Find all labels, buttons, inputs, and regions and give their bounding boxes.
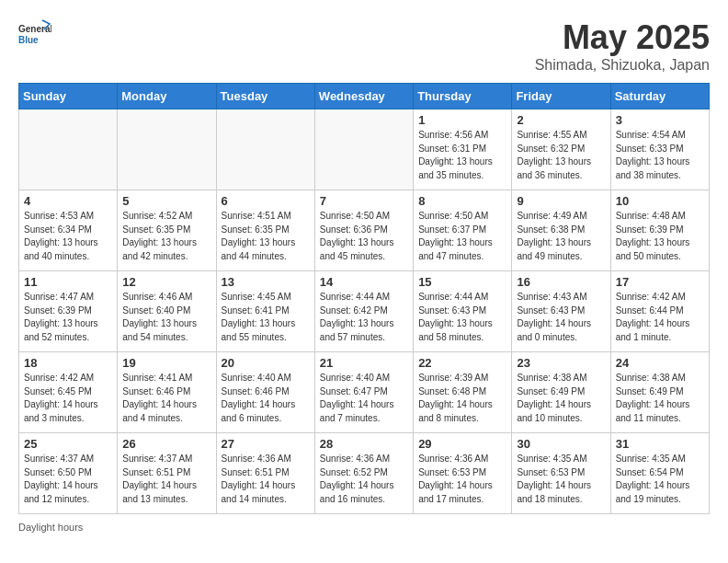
week-row-1: 1Sunrise: 4:56 AM Sunset: 6:31 PM Daylig… bbox=[19, 109, 710, 190]
day-detail: Sunrise: 4:53 AM Sunset: 6:34 PM Dayligh… bbox=[24, 210, 112, 263]
day-number: 7 bbox=[320, 194, 408, 208]
day-detail: Sunrise: 4:38 AM Sunset: 6:49 PM Dayligh… bbox=[517, 372, 605, 425]
day-number: 16 bbox=[517, 275, 605, 289]
day-cell-6: 6Sunrise: 4:51 AM Sunset: 6:35 PM Daylig… bbox=[216, 190, 314, 271]
day-detail: Sunrise: 4:37 AM Sunset: 6:51 PM Dayligh… bbox=[122, 453, 210, 506]
empty-cell bbox=[216, 109, 314, 190]
col-header-wednesday: Wednesday bbox=[314, 84, 413, 109]
col-header-friday: Friday bbox=[512, 84, 610, 109]
day-number: 23 bbox=[517, 356, 605, 370]
day-cell-8: 8Sunrise: 4:50 AM Sunset: 6:37 PM Daylig… bbox=[414, 190, 512, 271]
col-header-sunday: Sunday bbox=[19, 84, 118, 109]
day-number: 20 bbox=[222, 356, 310, 370]
day-detail: Sunrise: 4:40 AM Sunset: 6:47 PM Dayligh… bbox=[320, 372, 408, 425]
col-header-saturday: Saturday bbox=[610, 84, 709, 109]
day-detail: Sunrise: 4:49 AM Sunset: 6:38 PM Dayligh… bbox=[517, 210, 605, 263]
day-cell-1: 1Sunrise: 4:56 AM Sunset: 6:31 PM Daylig… bbox=[414, 109, 512, 190]
day-detail: Sunrise: 4:42 AM Sunset: 6:45 PM Dayligh… bbox=[24, 372, 112, 425]
day-detail: Sunrise: 4:44 AM Sunset: 6:42 PM Dayligh… bbox=[320, 291, 408, 344]
footer-note: Daylight hours bbox=[18, 522, 710, 533]
day-number: 26 bbox=[122, 437, 210, 451]
day-detail: Sunrise: 4:46 AM Sunset: 6:40 PM Dayligh… bbox=[122, 291, 210, 344]
week-row-4: 18Sunrise: 4:42 AM Sunset: 6:45 PM Dayli… bbox=[19, 352, 710, 433]
day-cell-9: 9Sunrise: 4:49 AM Sunset: 6:38 PM Daylig… bbox=[512, 190, 610, 271]
day-cell-29: 29Sunrise: 4:36 AM Sunset: 6:53 PM Dayli… bbox=[414, 433, 512, 514]
day-detail: Sunrise: 4:51 AM Sunset: 6:35 PM Dayligh… bbox=[222, 210, 310, 263]
empty-cell bbox=[314, 109, 413, 190]
day-cell-3: 3Sunrise: 4:54 AM Sunset: 6:33 PM Daylig… bbox=[610, 109, 709, 190]
day-number: 24 bbox=[616, 356, 704, 370]
col-header-thursday: Thursday bbox=[414, 84, 512, 109]
day-detail: Sunrise: 4:47 AM Sunset: 6:39 PM Dayligh… bbox=[24, 291, 112, 344]
title-area: May 2025 Shimada, Shizuoka, Japan bbox=[535, 18, 710, 74]
svg-text:General: General bbox=[18, 24, 51, 34]
day-cell-15: 15Sunrise: 4:44 AM Sunset: 6:43 PM Dayli… bbox=[414, 271, 512, 352]
empty-cell bbox=[19, 109, 118, 190]
week-row-5: 25Sunrise: 4:37 AM Sunset: 6:50 PM Dayli… bbox=[19, 433, 710, 514]
logo: General Blue bbox=[18, 18, 51, 52]
day-number: 18 bbox=[24, 356, 112, 370]
day-cell-20: 20Sunrise: 4:40 AM Sunset: 6:46 PM Dayli… bbox=[216, 352, 314, 433]
day-number: 25 bbox=[24, 437, 112, 451]
day-number: 4 bbox=[24, 194, 112, 208]
day-cell-10: 10Sunrise: 4:48 AM Sunset: 6:39 PM Dayli… bbox=[610, 190, 709, 271]
svg-text:Blue: Blue bbox=[18, 35, 39, 45]
day-detail: Sunrise: 4:39 AM Sunset: 6:48 PM Dayligh… bbox=[418, 372, 506, 425]
header-row: SundayMondayTuesdayWednesdayThursdayFrid… bbox=[19, 84, 710, 109]
day-number: 22 bbox=[418, 356, 506, 370]
calendar-subtitle: Shimada, Shizuoka, Japan bbox=[535, 57, 710, 74]
day-number: 28 bbox=[320, 437, 408, 451]
day-cell-16: 16Sunrise: 4:43 AM Sunset: 6:43 PM Dayli… bbox=[512, 271, 610, 352]
day-number: 17 bbox=[616, 275, 704, 289]
week-row-3: 11Sunrise: 4:47 AM Sunset: 6:39 PM Dayli… bbox=[19, 271, 710, 352]
day-number: 19 bbox=[122, 356, 210, 370]
day-number: 15 bbox=[418, 275, 506, 289]
day-detail: Sunrise: 4:36 AM Sunset: 6:52 PM Dayligh… bbox=[320, 453, 408, 506]
calendar-table: SundayMondayTuesdayWednesdayThursdayFrid… bbox=[18, 83, 710, 514]
day-detail: Sunrise: 4:35 AM Sunset: 6:54 PM Dayligh… bbox=[616, 453, 704, 506]
day-detail: Sunrise: 4:56 AM Sunset: 6:31 PM Dayligh… bbox=[418, 129, 506, 182]
day-detail: Sunrise: 4:42 AM Sunset: 6:44 PM Dayligh… bbox=[616, 291, 704, 344]
day-number: 5 bbox=[122, 194, 210, 208]
day-detail: Sunrise: 4:50 AM Sunset: 6:36 PM Dayligh… bbox=[320, 210, 408, 263]
day-number: 29 bbox=[418, 437, 506, 451]
day-detail: Sunrise: 4:55 AM Sunset: 6:32 PM Dayligh… bbox=[517, 129, 605, 182]
day-number: 27 bbox=[222, 437, 310, 451]
day-cell-2: 2Sunrise: 4:55 AM Sunset: 6:32 PM Daylig… bbox=[512, 109, 610, 190]
day-number: 11 bbox=[24, 275, 112, 289]
day-cell-7: 7Sunrise: 4:50 AM Sunset: 6:36 PM Daylig… bbox=[314, 190, 413, 271]
day-detail: Sunrise: 4:35 AM Sunset: 6:53 PM Dayligh… bbox=[517, 453, 605, 506]
day-cell-21: 21Sunrise: 4:40 AM Sunset: 6:47 PM Dayli… bbox=[314, 352, 413, 433]
day-cell-17: 17Sunrise: 4:42 AM Sunset: 6:44 PM Dayli… bbox=[610, 271, 709, 352]
day-detail: Sunrise: 4:45 AM Sunset: 6:41 PM Dayligh… bbox=[222, 291, 310, 344]
day-number: 12 bbox=[122, 275, 210, 289]
day-cell-5: 5Sunrise: 4:52 AM Sunset: 6:35 PM Daylig… bbox=[118, 190, 216, 271]
day-detail: Sunrise: 4:36 AM Sunset: 6:51 PM Dayligh… bbox=[222, 453, 310, 506]
empty-cell bbox=[118, 109, 216, 190]
day-cell-30: 30Sunrise: 4:35 AM Sunset: 6:53 PM Dayli… bbox=[512, 433, 610, 514]
header: General Blue May 2025 Shimada, Shizuoka,… bbox=[18, 18, 710, 74]
day-number: 31 bbox=[616, 437, 704, 451]
day-detail: Sunrise: 4:37 AM Sunset: 6:50 PM Dayligh… bbox=[24, 453, 112, 506]
day-cell-18: 18Sunrise: 4:42 AM Sunset: 6:45 PM Dayli… bbox=[19, 352, 118, 433]
day-number: 9 bbox=[517, 194, 605, 208]
day-detail: Sunrise: 4:41 AM Sunset: 6:46 PM Dayligh… bbox=[122, 372, 210, 425]
calendar-title: May 2025 bbox=[535, 18, 710, 57]
col-header-monday: Monday bbox=[118, 84, 216, 109]
day-number: 13 bbox=[222, 275, 310, 289]
logo-bird-icon: General Blue bbox=[18, 18, 51, 52]
day-detail: Sunrise: 4:43 AM Sunset: 6:43 PM Dayligh… bbox=[517, 291, 605, 344]
day-cell-14: 14Sunrise: 4:44 AM Sunset: 6:42 PM Dayli… bbox=[314, 271, 413, 352]
day-number: 3 bbox=[616, 113, 704, 127]
day-cell-31: 31Sunrise: 4:35 AM Sunset: 6:54 PM Dayli… bbox=[610, 433, 709, 514]
day-detail: Sunrise: 4:36 AM Sunset: 6:53 PM Dayligh… bbox=[418, 453, 506, 506]
day-cell-4: 4Sunrise: 4:53 AM Sunset: 6:34 PM Daylig… bbox=[19, 190, 118, 271]
day-number: 30 bbox=[517, 437, 605, 451]
day-cell-24: 24Sunrise: 4:38 AM Sunset: 6:49 PM Dayli… bbox=[610, 352, 709, 433]
day-number: 1 bbox=[418, 113, 506, 127]
day-number: 21 bbox=[320, 356, 408, 370]
day-number: 6 bbox=[222, 194, 310, 208]
day-detail: Sunrise: 4:48 AM Sunset: 6:39 PM Dayligh… bbox=[616, 210, 704, 263]
day-number: 8 bbox=[418, 194, 506, 208]
day-number: 2 bbox=[517, 113, 605, 127]
